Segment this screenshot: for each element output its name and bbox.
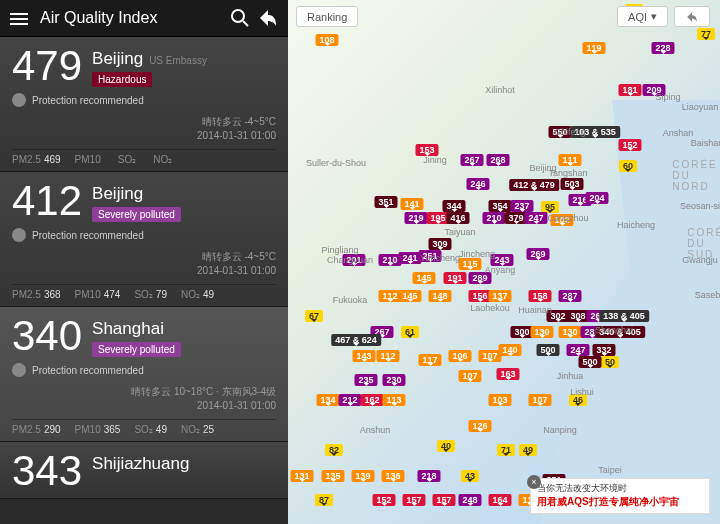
aqi-marker[interactable]: 67 (305, 310, 323, 322)
aqi-marker[interactable]: 134 (316, 394, 339, 406)
map-city-label: Liaoyuan (682, 102, 719, 112)
aqi-marker[interactable]: 111 (558, 154, 581, 166)
aqi-marker[interactable]: 136 (381, 470, 404, 482)
aqi-marker[interactable]: 148 (428, 290, 451, 302)
menu-icon[interactable] (10, 10, 30, 26)
weather-info: 晴转多云 10~18°C · 东南风3-4级2014-01-31 01:00 (12, 385, 276, 413)
aqi-dropdown[interactable]: AQI▾ (617, 6, 668, 27)
aqi-marker[interactable]: 247 (524, 212, 547, 224)
aqi-marker[interactable]: 344 (442, 200, 465, 212)
svg-line-1 (243, 21, 248, 26)
aqi-marker[interactable]: 354 (488, 200, 511, 212)
aqi-marker[interactable]: 309 (428, 238, 451, 250)
map-share-button[interactable] (674, 6, 710, 27)
aqi-marker[interactable]: 107 (528, 394, 551, 406)
aqi-marker[interactable]: 287 (558, 290, 581, 302)
ranking-button[interactable]: Ranking (296, 6, 358, 27)
aqi-marker[interactable]: 412 & 479 (509, 179, 559, 191)
aqi-marker[interactable]: 235 (354, 374, 377, 386)
aqi-marker[interactable]: 416 (446, 212, 469, 224)
aqi-marker[interactable]: 130 (530, 326, 553, 338)
aqi-marker[interactable]: 181 (618, 84, 641, 96)
aqi-marker[interactable]: 157 (402, 494, 425, 506)
aqi-marker[interactable]: 267 (460, 154, 483, 166)
aqi-marker[interactable]: 135 (321, 470, 344, 482)
aqi-marker[interactable]: 112 (376, 350, 399, 362)
map-city-label: Laohekou (470, 303, 510, 313)
aqi-marker[interactable]: 87 (315, 494, 333, 506)
aqi-marker[interactable]: 191 (443, 272, 466, 284)
ad-banner[interactable]: × 当你无法改变大环境时 用君威AQS打造专属纯净小宇宙 (530, 478, 710, 514)
aqi-marker[interactable]: 237 (510, 200, 533, 212)
aqi-marker[interactable]: 108 (315, 34, 338, 46)
aqi-marker[interactable]: 107 (458, 370, 481, 382)
aqi-marker[interactable]: 61 (401, 326, 419, 338)
aqi-marker[interactable]: 138 & 405 (599, 310, 649, 322)
aqi-marker[interactable]: 115 (458, 258, 481, 270)
aqi-marker[interactable]: 130 (558, 326, 581, 338)
city-card[interactable]: 343 Shijiazhuang (0, 442, 288, 499)
aqi-marker[interactable]: 141 (400, 198, 423, 210)
aqi-marker[interactable]: 126 (468, 420, 491, 432)
map-city-label: Chifeng (554, 127, 585, 137)
aqi-marker[interactable]: 246 (466, 178, 489, 190)
city-card[interactable]: 340 ShanghaiSeverely pollutedProtection … (0, 307, 288, 442)
city-card[interactable]: 479 BeijingUS EmbassyHazardousProtection… (0, 37, 288, 172)
aqi-marker[interactable]: 212 (338, 394, 361, 406)
aqi-marker[interactable]: 145 (412, 272, 435, 284)
aqi-marker[interactable]: 210 (482, 212, 505, 224)
aqi-marker[interactable]: 113 (382, 394, 405, 406)
aqi-marker[interactable]: 332 (592, 344, 615, 356)
aqi-marker[interactable]: 248 (458, 494, 481, 506)
aqi-marker[interactable]: 467 & 624 (331, 334, 381, 346)
search-icon[interactable] (230, 8, 250, 28)
aqi-marker[interactable]: 49 (519, 444, 537, 456)
aqi-marker[interactable]: 139 (351, 470, 374, 482)
aqi-marker[interactable]: 500 (536, 344, 559, 356)
aqi-marker[interactable]: 268 (486, 154, 509, 166)
aqi-marker[interactable]: 152 (372, 494, 395, 506)
aqi-marker[interactable]: 106 (448, 350, 471, 362)
ad-line1: 当你无法改变大环境时 (537, 482, 703, 495)
aqi-marker[interactable]: 71 (497, 444, 515, 456)
close-icon[interactable]: × (527, 475, 541, 489)
aqi-marker[interactable]: 107 (478, 350, 501, 362)
aqi-marker[interactable]: 163 (496, 368, 519, 380)
aqi-marker[interactable]: 50 (601, 356, 619, 368)
aqi-marker[interactable]: 152 (618, 139, 641, 151)
aqi-marker[interactable]: 204 (585, 192, 608, 204)
aqi-marker[interactable]: 137 (488, 290, 511, 302)
aqi-value: 343 (12, 450, 82, 492)
aqi-marker[interactable]: 162 (360, 394, 383, 406)
aqi-marker[interactable]: 500 (578, 356, 601, 368)
aqi-marker[interactable]: 269 (526, 248, 549, 260)
aqi-marker[interactable]: 119 (582, 42, 605, 54)
aqi-marker[interactable]: 158 (528, 290, 551, 302)
aqi-marker[interactable]: 219 (404, 212, 427, 224)
aqi-marker[interactable]: 503 (560, 178, 583, 190)
aqi-marker[interactable]: 228 (651, 42, 674, 54)
city-card[interactable]: 412 BeijingSeverely pollutedProtection r… (0, 172, 288, 307)
aqi-marker[interactable]: 218 (417, 470, 440, 482)
aqi-marker[interactable]: 143 (352, 350, 375, 362)
aqi-marker[interactable]: 145 (398, 290, 421, 302)
share-icon[interactable] (258, 8, 278, 28)
aqi-value: 479 (12, 45, 82, 87)
aqi-marker[interactable]: 40 (437, 440, 455, 452)
aqi-marker[interactable]: 140 (498, 344, 521, 356)
aqi-marker[interactable]: 60 (619, 160, 637, 172)
aqi-marker[interactable]: 82 (325, 444, 343, 456)
aqi-marker[interactable]: 103 (488, 394, 511, 406)
aqi-marker[interactable]: 131 (290, 470, 313, 482)
map[interactable]: 6477181209108119228550103 & 535152153267… (288, 0, 720, 524)
aqi-marker[interactable]: 43 (461, 470, 479, 482)
aqi-marker[interactable]: 117 (418, 354, 441, 366)
aqi-marker[interactable]: 351 (374, 196, 397, 208)
map-city-label: Suller-du-Shou (306, 158, 366, 168)
aqi-marker[interactable]: 157 (432, 494, 455, 506)
aqi-marker[interactable]: 164 (488, 494, 511, 506)
aqi-marker[interactable]: 230 (382, 374, 405, 386)
aqi-marker[interactable]: 247 (566, 344, 589, 356)
advice-row: Protection recommended (12, 363, 276, 377)
aqi-marker[interactable]: 77 (697, 28, 715, 40)
